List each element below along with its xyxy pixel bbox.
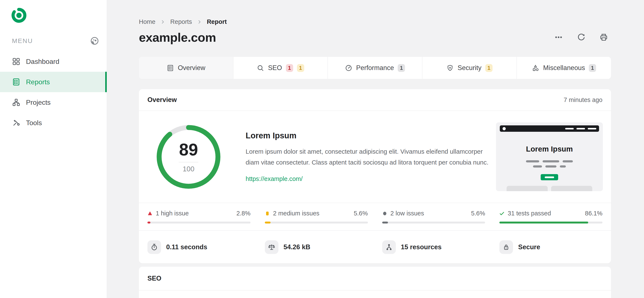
seo-card: SEO: [139, 267, 611, 298]
page-title: example.com: [139, 30, 216, 44]
issue-progress-track: [499, 222, 602, 224]
low-issues-stat: 2 low issues 5.6%: [382, 210, 485, 224]
miscellaneous-badge: 1: [589, 64, 596, 72]
issue-label: 2 medium issues: [273, 210, 320, 217]
breadcrumb-chevron-icon: [160, 19, 165, 24]
site-url-link[interactable]: https://example.com/: [246, 175, 303, 182]
refresh-icon[interactable]: [577, 33, 586, 41]
sidebar-item-label: Projects: [26, 99, 51, 106]
seo-high-badge: 1: [286, 64, 293, 72]
breadcrumb-reports-link[interactable]: Reports: [170, 18, 192, 25]
scale-icon: [265, 240, 278, 254]
issue-progress-track: [148, 222, 250, 224]
issue-progress-fill: [382, 222, 388, 224]
resources-metric: 15 resources: [382, 240, 485, 254]
preview-heading: Lorem Ipsum: [496, 145, 603, 153]
issue-progress-fill: [265, 222, 270, 224]
metric-label: 54.26 kB: [284, 243, 310, 251]
preview-nav-links: [565, 128, 596, 129]
performance-badge: 1: [398, 64, 405, 72]
issue-progress-fill: [148, 222, 150, 224]
search-icon: [257, 64, 264, 72]
medium-issue-icon: [265, 211, 270, 216]
theme-toggle-icon[interactable]: [90, 36, 99, 45]
site-preview-thumbnail: Lorem Ipsum: [496, 122, 603, 191]
metric-label: Secure: [518, 243, 540, 251]
preview-browser-bar: [500, 125, 599, 132]
load-time-metric: 0.11 seconds: [148, 240, 250, 254]
app-window: MENU D: [0, 0, 644, 298]
overview-section-title: Overview: [148, 96, 177, 104]
sidebar: MENU D: [0, 0, 107, 298]
security-metric: Secure: [499, 240, 602, 254]
overview-tab-icon: [166, 64, 174, 72]
brand-logo-icon[interactable]: [11, 7, 27, 24]
overview-card: Overview 7 minutes ago 89 100 Lo: [139, 89, 611, 263]
sidebar-item-label: Tools: [26, 119, 42, 127]
sidebar-item-tools[interactable]: Tools: [0, 113, 107, 133]
metric-label: 0.11 seconds: [166, 243, 207, 251]
preview-cta-button: [541, 174, 558, 180]
tab-label: Performance: [356, 64, 394, 72]
tab-label: SEO: [268, 64, 282, 72]
preview-logo-dot: [502, 127, 506, 130]
breadcrumb-current: Report: [207, 18, 227, 25]
tab-overview[interactable]: Overview: [139, 57, 233, 79]
sidebar-nav: Dashboard Reports: [0, 51, 107, 133]
issues-summary-row: 1 high issue 2.8% 2 medium issues 5.6%: [139, 203, 611, 231]
tab-miscellaneous[interactable]: Miscellaneous 1: [516, 57, 611, 79]
metric-label: 15 resources: [401, 243, 442, 251]
issue-percent: 2.8%: [236, 210, 250, 217]
print-icon[interactable]: [600, 33, 608, 41]
report-age: 7 minutes ago: [564, 96, 602, 103]
issue-progress-fill: [499, 222, 588, 224]
dashboard-icon: [12, 57, 20, 66]
breadcrumb-home-link[interactable]: Home: [139, 18, 155, 25]
security-shield-icon: [446, 64, 454, 72]
sidebar-item-projects[interactable]: Projects: [0, 92, 107, 113]
passed-check-icon: [499, 211, 504, 216]
preview-cards: [496, 186, 603, 191]
issue-percent: 5.6%: [471, 210, 485, 217]
preview-text-line: [496, 165, 603, 168]
lock-icon: [499, 240, 513, 254]
score-value: 89: [179, 141, 198, 158]
score-max: 100: [182, 165, 194, 172]
more-options-icon[interactable]: [554, 33, 563, 41]
sidebar-item-dashboard[interactable]: Dashboard: [0, 51, 107, 72]
seo-card-body: [139, 291, 611, 298]
tab-performance[interactable]: Performance 1: [328, 57, 422, 79]
tools-icon: [12, 119, 20, 127]
tab-seo[interactable]: SEO 1 1: [233, 57, 328, 79]
medium-issues-stat: 2 medium issues 5.6%: [265, 210, 368, 224]
tests-passed-stat: 31 tests passed 86.1%: [499, 210, 602, 224]
high-issues-stat: 1 high issue 2.8%: [148, 210, 250, 224]
issue-progress-track: [265, 222, 368, 224]
preview-text-line: [496, 160, 603, 162]
projects-icon: [12, 98, 20, 107]
issue-percent: 5.6%: [354, 210, 368, 217]
sidebar-item-label: Reports: [26, 78, 50, 86]
menu-section-label: MENU: [12, 37, 33, 44]
stopwatch-icon: [148, 240, 161, 254]
performance-icon: [345, 64, 352, 72]
score-gauge: 89 100: [156, 125, 220, 189]
security-badge: 1: [485, 64, 492, 72]
seo-medium-badge: 1: [297, 64, 304, 72]
breadcrumb-chevron-icon: [197, 19, 202, 24]
page-size-metric: 54.26 kB: [265, 240, 368, 254]
miscellaneous-shapes-icon: [532, 64, 539, 72]
score-divider: [179, 162, 198, 162]
main-content: Home Reports Report example.com: [107, 0, 644, 298]
metrics-row: 0.11 seconds 54.26 kB: [139, 231, 611, 263]
site-description: Lorem ipsum dolor sit amet, consectetur …: [246, 146, 490, 168]
tab-label: Miscellaneous: [543, 64, 585, 72]
issue-percent: 86.1%: [585, 210, 602, 217]
resources-icon: [382, 240, 396, 254]
sidebar-item-reports[interactable]: Reports: [0, 72, 107, 92]
report-tabbar: Overview SEO 1 1 Pe: [139, 57, 611, 79]
seo-section-title: SEO: [148, 275, 161, 282]
tab-security[interactable]: Security 1: [422, 57, 516, 79]
site-heading: Lorem Ipsum: [246, 131, 490, 140]
sidebar-item-label: Dashboard: [26, 58, 60, 65]
